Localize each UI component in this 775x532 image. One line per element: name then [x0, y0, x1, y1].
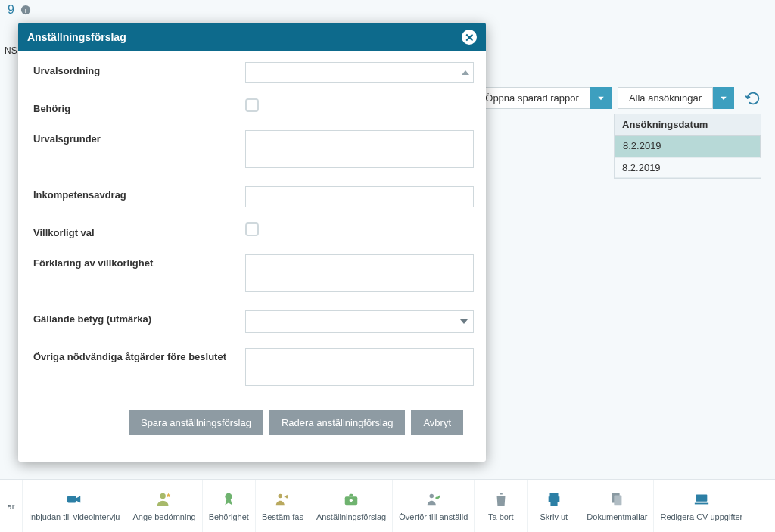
svg-rect-14: [696, 494, 708, 501]
close-icon[interactable]: ✕: [462, 30, 477, 45]
table-header-appdate[interactable]: Ansökningsdatum: [615, 114, 761, 135]
open-saved-report-label: Öppna sparad rappor: [474, 87, 590, 109]
sort-up-icon: [462, 70, 469, 75]
medal-icon: [220, 491, 237, 508]
label-forklaring: Förklaring av villkorlighet: [33, 254, 245, 269]
svg-text:i: i: [25, 6, 27, 14]
person-check-icon: [425, 491, 442, 508]
person-star-icon: [156, 491, 173, 508]
info-icon[interactable]: i: [20, 5, 31, 15]
all-applications-dropdown[interactable]: Alla ansökningar: [618, 87, 734, 109]
bottom-toolbar: ar Inbjudan till videointervju Ange bedö…: [0, 479, 775, 532]
svg-point-8: [226, 493, 232, 499]
svg-point-7: [160, 493, 166, 498]
toolbar-item-edit-cv[interactable]: Redigera CV-uppgifter: [654, 480, 749, 532]
toolbar-item-delete[interactable]: Ta bort: [475, 480, 528, 532]
behorig-checkbox[interactable]: [245, 98, 259, 112]
applications-date-table: Ansökningsdatum 8.2.2019 8.2.2019: [614, 114, 761, 179]
table-row[interactable]: 8.2.2019: [615, 135, 761, 158]
laptop-icon: [693, 491, 710, 508]
chevron-down-icon[interactable]: [713, 87, 734, 109]
urvalsordning-input[interactable]: [245, 62, 474, 83]
refresh-icon[interactable]: [745, 90, 761, 107]
list-picker-icon[interactable]: [457, 67, 469, 79]
open-saved-report-dropdown[interactable]: Öppna sparad rappor: [474, 87, 612, 109]
svg-point-11: [429, 493, 434, 498]
trash-icon: [493, 491, 509, 508]
table-row[interactable]: 8.2.2019: [615, 158, 761, 178]
cancel-button[interactable]: Avbryt: [411, 410, 463, 435]
toolbar-label: ar: [8, 502, 15, 511]
label-inkompetensavdrag: Inkompetensavdrag: [33, 186, 245, 201]
forklaring-textarea[interactable]: [245, 254, 474, 292]
inkompetensavdrag-input[interactable]: [245, 186, 474, 207]
save-button[interactable]: Spara anställningsförslag: [129, 410, 263, 435]
label-urvalsgrunder: Urvalsgrunder: [33, 130, 245, 145]
toolbar-label: Dokumentmallar: [587, 512, 647, 521]
toolbar-label: Överför till anställd: [399, 512, 468, 521]
toolbar-item-prev[interactable]: ar: [0, 480, 23, 532]
toolbar-label: Bestäm fas: [262, 512, 303, 521]
villkorligt-val-checkbox[interactable]: [245, 222, 259, 236]
toolbar-label: Redigera CV-uppgifter: [660, 512, 742, 521]
delete-button[interactable]: Radera anställningförslag: [269, 410, 405, 435]
toolbar-label: Anställningsförslag: [316, 512, 386, 521]
toolbar-label: Skriv ut: [540, 512, 568, 521]
toolbar-label: Ta bort: [488, 512, 514, 521]
dialog-title: Anställningsförslag: [27, 31, 126, 43]
toolbar-item-doc-templates[interactable]: Dokumentmallar: [580, 480, 654, 532]
ovriga-textarea[interactable]: [245, 348, 474, 386]
toolbar-item-transfer[interactable]: Överför till anställd: [393, 480, 475, 532]
dialog-scroll-area[interactable]: Urvalsordning Behörig Urvalsgrunder: [33, 62, 480, 403]
toolbar-item-video-invite[interactable]: Inbjudan till videointervju: [23, 480, 126, 532]
header-number: 9: [8, 3, 14, 17]
svg-rect-13: [615, 495, 622, 505]
svg-point-9: [279, 493, 283, 498]
background-controls: otalt 2 Öppna sparad rappor Alla ansökni…: [438, 87, 761, 109]
label-urvalsordning: Urvalsordning: [33, 62, 245, 76]
printer-icon: [546, 491, 562, 508]
toolbar-item-print[interactable]: Skriv ut: [528, 480, 580, 532]
urvalsgrunder-textarea[interactable]: [245, 130, 474, 168]
toolbar-item-assess[interactable]: Ange bedömning: [126, 480, 202, 532]
chevron-down-icon[interactable]: [590, 87, 612, 109]
toolbar-label: Behörighet: [209, 512, 249, 521]
label-gallande-betyg: Gällande betyg (utmärka): [33, 310, 245, 325]
gallande-betyg-select[interactable]: [245, 310, 474, 333]
toolbar-item-proposal[interactable]: Anställningsförslag: [310, 480, 393, 532]
label-ovriga: Övriga nödvändiga åtgärder före beslutet: [33, 348, 245, 362]
person-arrow-icon: [274, 491, 291, 508]
label-behorig: Behörig: [33, 100, 245, 114]
label-villkorligt-val: Villkorligt val: [33, 224, 245, 238]
toolbar-item-phase[interactable]: Bestäm fas: [256, 480, 310, 532]
briefcase-plus-icon: [343, 491, 359, 508]
video-camera-icon: [66, 491, 82, 508]
toolbar-item-eligibility[interactable]: Behörighet: [203, 480, 256, 532]
employment-proposal-dialog: Anställningsförslag ✕ Urvalsordning Behö…: [18, 23, 486, 462]
toolbar-label: Ange bedömning: [132, 512, 195, 521]
dialog-header: Anställningsförslag ✕: [18, 23, 486, 51]
documents-icon: [608, 491, 625, 508]
all-applications-label: Alla ansökningar: [618, 87, 713, 109]
svg-rect-6: [67, 496, 76, 502]
dialog-action-bar: Spara anställningsförslag Radera anställ…: [33, 403, 480, 449]
toolbar-label: Inbjudan till videointervju: [29, 512, 120, 521]
page-header-fragment: 9 i: [8, 3, 31, 17]
